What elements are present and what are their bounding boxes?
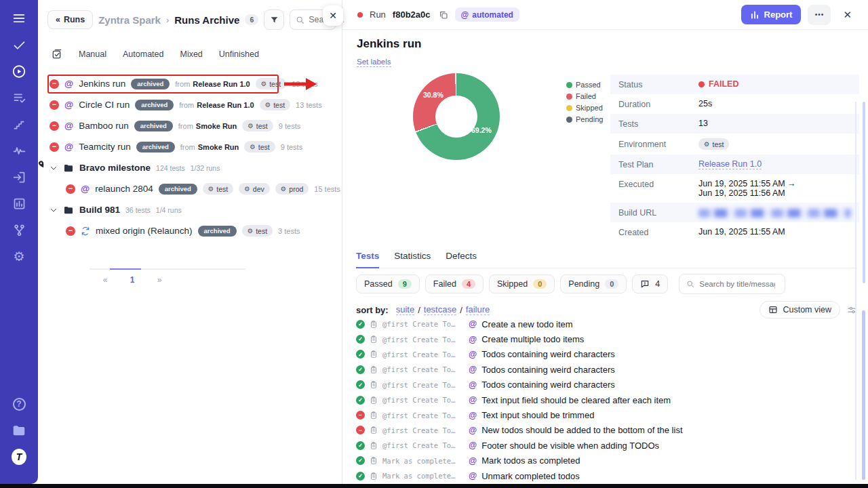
pagination-prev-button[interactable]: « <box>100 275 110 285</box>
test-title[interactable]: Footer should be visible when adding TOD… <box>481 441 659 451</box>
automated-test-icon: @ <box>469 426 477 435</box>
suite-name[interactable]: @first Create To… <box>382 320 464 328</box>
test-row[interactable]: − @first Create To… @ New todos should b… <box>356 423 859 438</box>
folder-icon <box>63 205 74 216</box>
suite-name[interactable]: @first Create To… <box>382 396 464 404</box>
run-row-teamcity[interactable]: − @ Teamcity run archived fromSmoke Run … <box>38 136 341 157</box>
back-to-runs-button[interactable]: « Runs <box>47 10 93 29</box>
run-row-bamboo[interactable]: − @ Bamboo run archived fromSmoke Run ⚙t… <box>38 115 341 136</box>
run-row-circle-ci[interactable]: − @ Circle CI run archived fromRelease R… <box>38 94 341 115</box>
report-button[interactable]: Report <box>741 5 802 24</box>
suite-name[interactable]: Mark as complete… <box>382 472 464 480</box>
test-row[interactable]: ✓ @first Create To… @ Create multiple to… <box>356 331 859 346</box>
gear-icon: ⚙ <box>281 185 287 192</box>
ellipsis-icon: ••• <box>815 11 825 18</box>
suite-name[interactable]: Mark as complete… <box>382 457 464 465</box>
filter-failed-button[interactable]: Failed4 <box>425 274 484 293</box>
app-logo[interactable]: T <box>12 449 26 464</box>
import-icon[interactable] <box>12 169 26 184</box>
filter-funnel-button[interactable] <box>264 9 284 30</box>
archived-badge: archived <box>134 121 173 131</box>
analytics-icon[interactable] <box>12 196 26 211</box>
milestones-steps-icon[interactable] <box>12 117 26 131</box>
test-title[interactable]: Text input field should be cleared after… <box>481 395 671 405</box>
test-title[interactable]: Create a new todo item <box>481 319 572 329</box>
legend-failed: Failed <box>566 92 603 100</box>
test-search-input[interactable] <box>699 280 775 288</box>
more-actions-button[interactable]: ••• <box>808 5 831 25</box>
test-row[interactable]: ✓ @first Create To… @ Todos containing w… <box>356 362 859 377</box>
test-title[interactable]: Todos containing weird characters <box>481 380 615 390</box>
filter-pending-button[interactable]: Pending0 <box>560 274 627 293</box>
test-title[interactable]: Mark todos as completed <box>481 455 580 466</box>
tests-check-icon[interactable] <box>12 37 26 52</box>
projects-folder-icon[interactable] <box>12 423 26 438</box>
test-title[interactable]: Create multiple todo items <box>481 334 584 344</box>
run-row-jenkins[interactable]: − @ Jenkins run archived fromRelease Run… <box>38 73 341 94</box>
run-row-relaunch-2804[interactable]: − @ relaunch 2804 archived ⚙test ⚙dev ⚙p… <box>38 178 341 199</box>
test-row[interactable]: ✓ @first Create To… @ Todos containing w… <box>356 378 859 392</box>
test-row[interactable]: ✓ @first Create To… @ Create a new todo … <box>356 317 859 331</box>
select-all-icon[interactable] <box>52 49 62 60</box>
legend-dot-failed <box>566 94 572 100</box>
test-row[interactable]: ✓ @first Create To… @ Text input field s… <box>356 392 859 407</box>
pagination-next-button[interactable]: » <box>155 275 164 285</box>
test-row[interactable]: ✓ @first Create To… @ Footer should be v… <box>356 438 859 453</box>
copy-run-id-button[interactable] <box>439 10 448 20</box>
pulse-activity-icon[interactable] <box>12 143 26 158</box>
test-row[interactable]: ✓ Mark as complete… @ Mark todos as comp… <box>356 453 859 468</box>
test-row[interactable]: ✓ @first Create To… @ Todos containing w… <box>356 347 859 362</box>
suite-name[interactable]: @first Create To… <box>382 350 464 359</box>
test-title[interactable]: New todos should be added to the bottom … <box>481 425 682 435</box>
chevron-down-icon[interactable] <box>50 206 58 214</box>
runs-panel-close-button[interactable]: ✕ <box>323 5 343 26</box>
tab-statistics[interactable]: Statistics <box>394 251 431 268</box>
chevron-down-icon[interactable] <box>50 164 58 172</box>
test-title[interactable]: Unmark completed todos <box>481 471 580 481</box>
suite-name[interactable]: @first Create To… <box>382 336 464 344</box>
test-row[interactable]: ✓ Mark as complete… @ Unmark completed t… <box>356 468 859 483</box>
tab-manual[interactable]: Manual <box>79 49 106 59</box>
tab-defects[interactable]: Defects <box>446 251 477 268</box>
test-title[interactable]: Text input should be trimmed <box>481 410 594 420</box>
tab-tests[interactable]: Tests <box>356 251 379 268</box>
filter-passed-button[interactable]: Passed9 <box>356 274 420 293</box>
suite-name[interactable]: @first Create To… <box>382 426 464 434</box>
tests-count: 3 tests <box>278 227 300 235</box>
tab-mixed[interactable]: Mixed <box>180 49 202 59</box>
test-title[interactable]: Todos containing weird characters <box>481 349 615 359</box>
sort-by-failure-link[interactable]: failure <box>466 304 490 315</box>
sort-by-suite-link[interactable]: suite <box>396 304 414 315</box>
suite-name[interactable]: @first Create To… <box>382 365 464 373</box>
settings-gear-icon[interactable]: ⚙ <box>12 249 26 264</box>
help-icon[interactable]: ? <box>12 396 26 411</box>
detail-close-button[interactable]: ✕ <box>837 6 857 24</box>
filter-comments-button[interactable]: 4 <box>632 274 668 293</box>
tab-automated[interactable]: Automated <box>123 49 163 59</box>
suite-name[interactable]: @first Create To… <box>382 411 464 420</box>
run-id: f80b2a0c <box>393 9 431 20</box>
set-labels-link[interactable]: Set labels <box>357 58 391 67</box>
test-plans-icon[interactable] <box>12 90 26 105</box>
pagination-track <box>90 268 245 270</box>
menu-icon[interactable] <box>12 11 26 26</box>
list-scrollbar-thumb[interactable] <box>862 310 865 480</box>
filter-skipped-button[interactable]: Skipped0 <box>489 274 555 293</box>
folder-row-bravo-milestone[interactable]: Bravo milestone 124 tests 1/32 runs <box>38 157 341 178</box>
run-row-mixed-origin[interactable]: − mixed origin (Relaunch) archived ⚙test… <box>38 220 341 241</box>
suite-name[interactable]: @first Create To… <box>382 381 464 389</box>
panel-scrollbar-thumb[interactable] <box>863 102 865 283</box>
test-row[interactable]: − @first Create To… @ Text input should … <box>356 407 859 422</box>
clipboard-icon <box>370 320 378 329</box>
runs-play-icon[interactable] <box>12 64 26 79</box>
breadcrumb-project[interactable]: Zyntra Spark <box>98 14 161 26</box>
folder-row-build-981[interactable]: Build 981 36 tests 1/4 runs <box>38 199 341 220</box>
tab-unfinished[interactable]: Unfinished <box>219 49 259 59</box>
suite-name[interactable]: @first Create To… <box>382 441 464 449</box>
test-title[interactable]: Todos containing weird characters <box>481 365 615 375</box>
test-plan-link[interactable]: Release Run 1.0 <box>698 159 762 169</box>
sort-by-testcase-link[interactable]: testcase <box>424 304 456 315</box>
branches-icon[interactable] <box>12 222 26 237</box>
runs-panel: « Runs Zyntra Spark › Runs Archive 6 ✕ M… <box>38 0 342 484</box>
pagination-page-1[interactable]: 1 <box>127 275 137 285</box>
